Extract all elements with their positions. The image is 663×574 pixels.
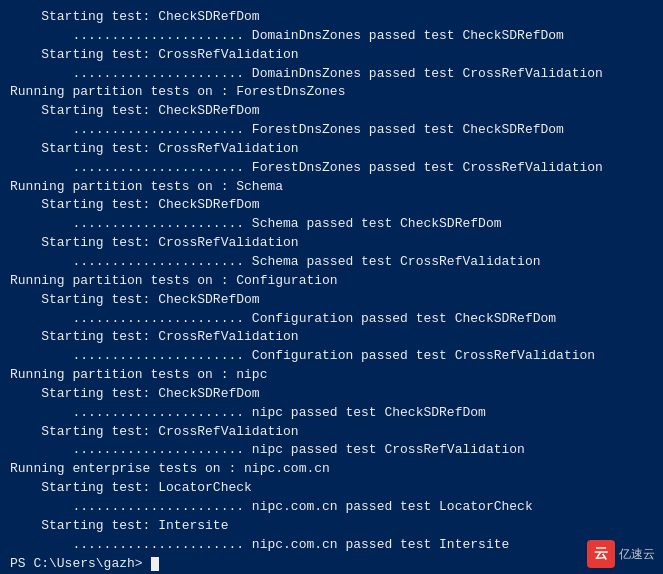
terminal-line: ...................... Configuration pas… — [10, 347, 653, 366]
terminal-line: Starting test: CrossRefValidation — [10, 328, 653, 347]
terminal-line: Starting test: CheckSDRefDom — [10, 291, 653, 310]
terminal-line: Starting test: CheckSDRefDom — [10, 102, 653, 121]
terminal-line: ...................... ForestDnsZones pa… — [10, 121, 653, 140]
terminal-line: ...................... Configuration pas… — [10, 310, 653, 329]
terminal-line: ...................... Schema passed tes… — [10, 215, 653, 234]
terminal-window: Starting test: CheckSDRefDom ...........… — [0, 0, 663, 574]
terminal-line: ...................... nipc.com.cn passe… — [10, 498, 653, 517]
watermark-icon: 云 — [587, 540, 615, 568]
terminal-line: Starting test: CheckSDRefDom — [10, 196, 653, 215]
terminal-line: Running partition tests on : nipc — [10, 366, 653, 385]
terminal-line: Starting test: CrossRefValidation — [10, 46, 653, 65]
terminal-line: Starting test: CrossRefValidation — [10, 423, 653, 442]
terminal-line: Running enterprise tests on : nipc.com.c… — [10, 460, 653, 479]
terminal-line: ...................... ForestDnsZones pa… — [10, 159, 653, 178]
terminal-line: Starting test: CheckSDRefDom — [10, 8, 653, 27]
terminal-line: Running partition tests on : ForestDnsZo… — [10, 83, 653, 102]
prompt-text: PS C:\Users\gazh> — [10, 556, 150, 571]
cursor — [151, 557, 159, 571]
terminal-line: ...................... nipc passed test … — [10, 404, 653, 423]
terminal-line: ...................... Schema passed tes… — [10, 253, 653, 272]
watermark-text: 亿速云 — [619, 546, 655, 563]
terminal-line: Starting test: Intersite — [10, 517, 653, 536]
terminal-line: ...................... DomainDnsZones pa… — [10, 27, 653, 46]
terminal-line: Starting test: CrossRefValidation — [10, 140, 653, 159]
terminal-line: Running partition tests on : Schema — [10, 178, 653, 197]
prompt-line: PS C:\Users\gazh> — [10, 556, 653, 571]
terminal-line: Starting test: LocatorCheck — [10, 479, 653, 498]
terminal-line: ...................... DomainDnsZones pa… — [10, 65, 653, 84]
terminal-line: Starting test: CrossRefValidation — [10, 234, 653, 253]
watermark: 云 亿速云 — [587, 540, 655, 568]
terminal-line: ...................... nipc passed test … — [10, 441, 653, 460]
terminal-line: Running partition tests on : Configurati… — [10, 272, 653, 291]
terminal-line: ...................... nipc.com.cn passe… — [10, 536, 653, 555]
terminal-line: Starting test: CheckSDRefDom — [10, 385, 653, 404]
